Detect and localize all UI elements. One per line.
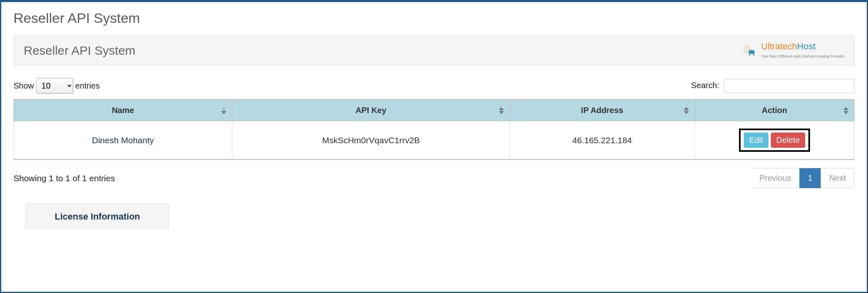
action-highlight-box: Edit Delete — [739, 129, 810, 152]
brand-name: UltratechHost — [761, 41, 815, 51]
svg-line-7 — [749, 46, 750, 47]
sort-icon — [684, 107, 689, 114]
page-1[interactable]: 1 — [799, 168, 821, 188]
delete-button[interactable]: Delete — [771, 133, 805, 148]
panel-header: Reseller API System UltratechHost — [13, 35, 855, 66]
sun-cart-icon — [741, 44, 758, 58]
row-name-link[interactable]: Dinesh Mohanty — [92, 135, 154, 145]
sort-desc-icon — [221, 107, 226, 114]
page-next[interactable]: Next — [821, 168, 855, 188]
col-name[interactable]: Name — [14, 100, 232, 121]
sort-icon — [499, 107, 504, 114]
svg-line-8 — [744, 51, 745, 53]
pagination: Previous 1 Next — [751, 168, 855, 188]
show-label-before: Show — [13, 81, 34, 90]
table-row: Dinesh Mohanty MskScHm0rVqavC1rrv2B 46.1… — [14, 121, 855, 160]
entries-length: Show 10 entries — [13, 78, 100, 93]
edit-button[interactable]: Edit — [744, 133, 768, 148]
tab-license-information[interactable]: License Information — [26, 204, 169, 229]
page-prev[interactable]: Previous — [751, 168, 800, 188]
col-action[interactable]: Action — [694, 100, 854, 121]
svg-line-5 — [744, 46, 745, 47]
search-label: Search: — [691, 81, 719, 90]
svg-rect-9 — [749, 50, 754, 54]
row-ip: 46.165.221.184 — [510, 121, 694, 160]
show-label-after: entries — [75, 81, 100, 90]
row-apikey: MskScHm0rVqavC1rrv2B — [232, 121, 510, 160]
brand-tagline: Your Best Offshore and Onshore Hosting P… — [761, 54, 844, 58]
reseller-table: Name API Key IP Address Action — [13, 99, 855, 160]
panel-title: Reseller API System — [24, 44, 135, 58]
search-input[interactable] — [724, 79, 855, 93]
entries-select[interactable]: 10 — [36, 78, 73, 93]
brand-logo: UltratechHost Your Best Offshore and Ons… — [741, 42, 844, 59]
table-info: Showing 1 to 1 of 1 entries — [13, 173, 115, 183]
page-title: Reseller API System — [13, 10, 855, 26]
sort-icon — [844, 107, 848, 114]
col-apikey[interactable]: API Key — [232, 100, 510, 121]
svg-point-0 — [745, 47, 749, 51]
col-ip[interactable]: IP Address — [510, 100, 694, 121]
